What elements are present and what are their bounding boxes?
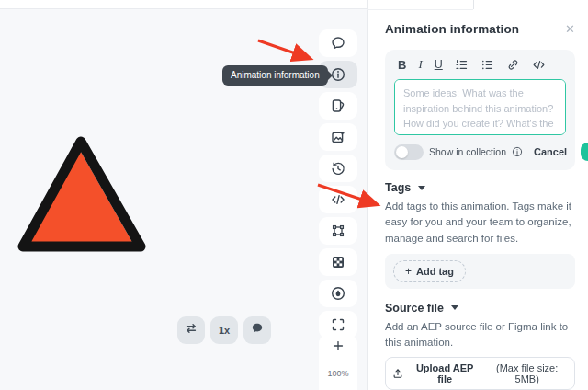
source-file-section: Source file Add an AEP source file or Fi… [385, 302, 575, 390]
swatchbook-icon [330, 98, 346, 114]
source-file-collapse-caret-icon[interactable] [451, 305, 458, 310]
loop-icon [184, 321, 198, 339]
bold-button[interactable]: B [398, 58, 406, 72]
tags-header: Tags [385, 181, 575, 194]
checkerboard-icon [330, 254, 346, 270]
code-format-icon [532, 58, 546, 72]
zoom-widget: 100% [319, 335, 357, 390]
code-format-button[interactable] [532, 58, 546, 72]
add-tag-button[interactable]: + Add tag [393, 260, 466, 282]
comments-button[interactable] [243, 316, 271, 344]
insert-link-button[interactable] [506, 58, 520, 72]
ordered-list-icon [455, 58, 469, 72]
close-icon[interactable]: ✕ [565, 23, 575, 35]
tooltip-animation-information: Animation information [222, 65, 328, 86]
transform-tool-button[interactable] [319, 217, 357, 245]
image-export-icon [330, 129, 346, 145]
collection-info-icon [512, 146, 523, 157]
tags-title: Tags [385, 181, 411, 194]
plus-icon: + [405, 265, 412, 278]
add-tag-label: Add tag [416, 266, 454, 277]
description-input[interactable] [394, 79, 566, 135]
playback-controls: 1x [177, 316, 271, 344]
upload-aep-label: Upload AEP file [410, 362, 480, 384]
chat-bubble-icon [250, 321, 265, 339]
checkerboard-background-tool-button[interactable] [319, 248, 357, 276]
source-file-description: Add an AEP source file or Figma link to … [385, 319, 575, 351]
format-toolbar: B I U [394, 57, 566, 72]
cancel-button[interactable]: Cancel [534, 146, 567, 157]
loop-button[interactable] [177, 316, 205, 344]
triangle-animation [7, 127, 159, 265]
history-icon [330, 160, 346, 177]
animation-canvas[interactable]: 1x [0, 0, 368, 390]
show-in-collection-toggle[interactable] [394, 144, 424, 160]
zoom-in-button[interactable] [319, 335, 357, 361]
save-button[interactable]: Save [581, 143, 588, 161]
app-window: 1x [0, 0, 588, 390]
link-icon [506, 58, 520, 72]
upload-icon [391, 367, 404, 380]
comment-icon [330, 35, 346, 52]
image-export-tool-button[interactable] [319, 123, 357, 151]
underline-button[interactable]: U [435, 58, 443, 71]
fullscreen-icon [330, 316, 346, 333]
zoom-level[interactable]: 100% [327, 361, 348, 378]
add-tag-container: + Add tag [385, 254, 575, 289]
show-in-collection-label: Show in collection [429, 146, 506, 157]
transform-box-icon [330, 223, 346, 239]
triangle-fill-offset [19, 145, 137, 250]
panel-title: Animation information [385, 22, 519, 36]
bullet-list-button[interactable] [481, 58, 494, 72]
plus-icon [331, 338, 345, 357]
ordered-list-button[interactable] [455, 58, 469, 72]
bullet-list-icon [481, 58, 494, 72]
description-editor-card: B I U [385, 50, 575, 170]
speed-button[interactable]: 1x [210, 316, 238, 344]
top-header-strip [0, 0, 368, 9]
embed-code-tool-button[interactable] [319, 186, 357, 213]
speed-label: 1x [219, 325, 230, 336]
header-divider-tick [473, 0, 474, 9]
background-color-tool-button[interactable] [319, 280, 357, 307]
editor-footer: Show in collection Cancel Save [394, 143, 566, 161]
comments-tool-button[interactable] [319, 29, 357, 57]
toggle-knob [396, 146, 408, 158]
theme-swatch-tool-button[interactable] [319, 92, 357, 120]
code-icon [330, 191, 346, 208]
upload-aep-button[interactable]: Upload AEP file (Max file size: 5MB) [385, 357, 575, 390]
header-hairline [368, 9, 473, 10]
italic-button[interactable]: I [418, 57, 422, 72]
source-file-header: Source file [385, 302, 575, 315]
background-color-icon [330, 285, 346, 302]
animation-information-panel: Animation information ✕ B I U [368, 0, 588, 390]
version-history-tool-button[interactable] [319, 155, 357, 182]
panel-header: Animation information ✕ [385, 22, 575, 36]
source-file-title: Source file [385, 302, 444, 315]
upload-aep-hint: (Max file size: 5MB) [485, 362, 569, 384]
tags-description: Add tags to this animation. Tags make it… [385, 199, 575, 247]
tags-section: Tags Add tags to this animation. Tags ma… [385, 181, 575, 289]
tags-collapse-caret-icon[interactable] [418, 186, 425, 190]
